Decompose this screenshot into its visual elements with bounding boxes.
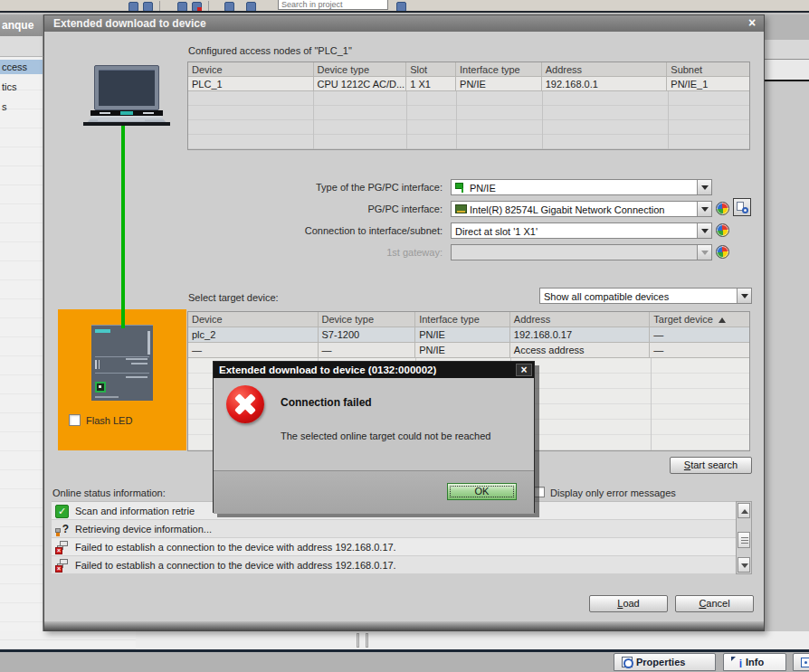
- chevron-down-icon[interactable]: [697, 202, 711, 216]
- status-row[interactable]: ? Retrieving device information...: [52, 520, 736, 538]
- view-network-button[interactable]: [733, 198, 751, 216]
- start-search-rest: tart search: [690, 459, 738, 470]
- col-slot[interactable]: Slot: [406, 62, 456, 77]
- connection-failed-icon: ×: [55, 559, 69, 573]
- status-text: Failed to establish a connection to the …: [75, 542, 396, 553]
- table-row-plc1[interactable]: PLC_1 CPU 1212C AC/D... 1 X1 PN/IE 192.1…: [188, 77, 749, 91]
- col-address[interactable]: Address: [510, 312, 651, 327]
- col-interface-type[interactable]: Interface type: [456, 62, 542, 77]
- security-shield-icon[interactable]: [716, 202, 729, 215]
- search-input[interactable]: [278, 0, 388, 10]
- display-errors-checkbox[interactable]: [534, 487, 545, 497]
- status-row[interactable]: × Failed to establish a connection to th…: [52, 538, 736, 556]
- col-address[interactable]: Address: [542, 62, 668, 77]
- background-panel-title: anque: [0, 14, 43, 36]
- cancel-button[interactable]: Cancel: [675, 595, 754, 612]
- tab-info[interactable]: i Info: [723, 653, 786, 671]
- bottom-statusbar: Properties i Info D: [0, 652, 809, 672]
- col-device[interactable]: Device: [188, 312, 319, 327]
- tab-info-label: Info: [746, 657, 764, 667]
- tab-properties[interactable]: Properties: [614, 653, 716, 671]
- cell-device: —: [188, 343, 319, 358]
- chevron-down-icon[interactable]: [697, 180, 711, 194]
- retrieving-icon: ?: [55, 523, 69, 536]
- toolbar-icon[interactable]: [143, 2, 153, 12]
- toolbar-icon[interactable]: [128, 2, 138, 12]
- background-right-strip: [765, 14, 809, 40]
- chevron-up-icon: [741, 509, 748, 514]
- toolbar-icon-stop[interactable]: [192, 2, 202, 12]
- interface-type-dropdown[interactable]: PN/IE: [451, 179, 712, 195]
- col-device-type[interactable]: Device type: [314, 62, 407, 77]
- scrollbar-thumb[interactable]: [738, 532, 750, 548]
- error-icon: [226, 385, 264, 423]
- col-target-device[interactable]: Target device: [650, 312, 749, 327]
- online-status-label: Online status information:: [52, 487, 166, 498]
- toolbar-icon[interactable]: [246, 2, 256, 12]
- dialog-titlebar[interactable]: Extended download to device: [44, 15, 764, 32]
- tab-diagnostics[interactable]: D: [793, 653, 809, 671]
- display-errors-label: Display only error messages: [550, 487, 676, 498]
- flash-led-checkbox[interactable]: [69, 414, 81, 426]
- background-right-strip: [765, 60, 809, 81]
- table-header-row: Device Device type Interface type Addres…: [188, 312, 749, 327]
- sort-ascending-icon[interactable]: [719, 317, 726, 323]
- close-icon[interactable]: ×: [516, 364, 532, 376]
- chevron-down-icon: [697, 245, 711, 260]
- device-filter-dropdown[interactable]: Show all compatible devices: [539, 288, 752, 304]
- scan-ok-icon: ✓: [55, 505, 69, 518]
- cell-slot: 1 X1: [406, 77, 456, 91]
- col-interface-type[interactable]: Interface type: [415, 312, 510, 327]
- target-device-panel: Flash LED: [58, 309, 186, 450]
- status-row[interactable]: × Failed to establish a connection to th…: [52, 556, 736, 574]
- chevron-down-icon[interactable]: [737, 289, 751, 303]
- col-subnet[interactable]: Subnet: [667, 62, 749, 77]
- splitter-handle[interactable]: [366, 633, 368, 648]
- toolbar-icon[interactable]: [396, 2, 406, 12]
- sidebar-item-online-access[interactable]: ccess: [0, 60, 43, 74]
- start-search-button[interactable]: Start search: [670, 457, 752, 474]
- chevron-down-icon[interactable]: [697, 223, 711, 238]
- laptop-hinge: [90, 110, 163, 116]
- info-icon: i: [731, 657, 742, 667]
- scroll-up-button[interactable]: [738, 503, 750, 518]
- network-cable-line: [121, 126, 125, 328]
- diagnostics-icon: [801, 658, 809, 667]
- background-right-strip: [765, 83, 809, 649]
- col-device-type[interactable]: Device type: [319, 312, 416, 327]
- load-button[interactable]: Load: [589, 595, 668, 612]
- pgpc-interface-dropdown[interactable]: Intel(R) 82574L Gigabit Network Connecti…: [451, 201, 712, 217]
- status-scrollbar[interactable]: [736, 501, 752, 574]
- splitter-handle[interactable]: [357, 633, 359, 648]
- pgpc-interface-value: Intel(R) 82574L Gigabit Network Connecti…: [470, 203, 695, 217]
- security-shield-icon[interactable]: [716, 245, 729, 259]
- security-shield-icon[interactable]: [716, 223, 729, 237]
- pgpc-interface-label: PG/PC interface:: [189, 203, 443, 214]
- scroll-down-button[interactable]: [738, 557, 750, 573]
- main-toolbar: [0, 0, 809, 13]
- dialog-bottom-edge: [44, 621, 764, 630]
- cell-device-type: S7-1200: [319, 327, 416, 343]
- status-text: Failed to establish a connection to the …: [75, 560, 396, 571]
- connection-subnet-value: Direct at slot '1 X1': [455, 224, 695, 239]
- ok-button[interactable]: OK: [447, 483, 517, 500]
- cell-device-type: —: [319, 343, 416, 358]
- toolbar-icon[interactable]: [177, 2, 187, 12]
- network-card-icon: [455, 204, 467, 213]
- tia-portal-screen: anque ccess tics s Properties i Info D E…: [0, 0, 809, 672]
- access-nodes-table: Device Device type Slot Interface type A…: [187, 62, 750, 150]
- connection-failed-icon: ×: [55, 541, 69, 554]
- table-row-access-address[interactable]: — — PN/IE Access address —: [188, 343, 749, 358]
- pnie-network-icon: [455, 183, 465, 192]
- col-device[interactable]: Device: [188, 62, 314, 77]
- popup-titlebar[interactable]: Extended download to device (0132:000002…: [214, 362, 534, 378]
- sidebar-item[interactable]: s: [0, 99, 43, 114]
- background-rows: [0, 631, 136, 649]
- sidebar-item-diagnostics[interactable]: tics: [0, 80, 43, 94]
- table-row-plc2[interactable]: plc_2 S7-1200 PN/IE 192.168.0.17 —: [188, 327, 749, 343]
- popup-message: The selected online target could not be …: [281, 431, 490, 441]
- connection-subnet-dropdown[interactable]: Direct at slot '1 X1': [451, 222, 712, 239]
- toolbar-icon[interactable]: [224, 2, 234, 12]
- close-icon[interactable]: ×: [744, 16, 760, 31]
- cell-device: PLC_1: [188, 77, 314, 91]
